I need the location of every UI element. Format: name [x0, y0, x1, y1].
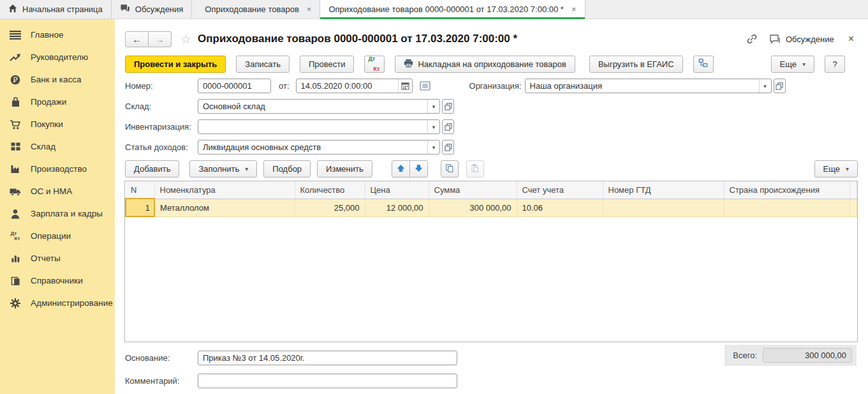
- related-documents-button[interactable]: [693, 56, 714, 73]
- egais-upload-button[interactable]: Выгрузить в ЕГАИС: [589, 56, 683, 73]
- move-row-up-button[interactable]: [392, 160, 410, 178]
- sidebar-item-purchases[interactable]: Покупки: [0, 113, 115, 135]
- cell-account[interactable]: 10.06: [517, 199, 603, 216]
- sidebar-item-payroll-hr[interactable]: Зарплата и кадры: [0, 202, 115, 225]
- ruble-coin-icon: [9, 75, 22, 85]
- debit-credit-icon: ДтКт: [9, 231, 22, 241]
- cell-row-number[interactable]: 1: [126, 199, 154, 216]
- form-row-comment: Комментарий:: [125, 374, 858, 388]
- help-button[interactable]: ?: [825, 56, 845, 73]
- table-row[interactable]: 1 Металлолом 25,000 12 000,00 300 000,00…: [126, 199, 857, 216]
- close-document-icon[interactable]: ×: [848, 33, 854, 45]
- back-button[interactable]: ←: [125, 31, 149, 47]
- cell-price[interactable]: 12 000,00: [365, 199, 429, 216]
- inventory-open-button[interactable]: [442, 119, 454, 134]
- close-tab-icon[interactable]: ×: [307, 4, 312, 14]
- chevron-down-icon[interactable]: ▾: [427, 120, 439, 133]
- form-row-income-item: Статья доходов: Ликвидация основных сред…: [125, 140, 858, 155]
- tab-label: Оприходование товаров 0000-000001 от 17.…: [328, 4, 564, 14]
- sidebar-item-label: Администрирование: [31, 298, 113, 308]
- sidebar-item-sales[interactable]: Продажи: [0, 91, 115, 113]
- sidebar-item-fixed-assets[interactable]: ОС и НМА: [0, 180, 115, 202]
- post-and-close-button[interactable]: Провести и закрыть: [125, 56, 226, 73]
- post-button[interactable]: Провести: [300, 56, 355, 73]
- tab-label: Обсуждения: [135, 4, 184, 14]
- column-header-sum: Сумма: [429, 181, 517, 199]
- arrow-up-icon: [397, 164, 405, 174]
- cell-gtd[interactable]: [603, 199, 724, 216]
- sidebar-item-operations[interactable]: ДтКт Операции: [0, 225, 115, 247]
- hamburger-icon: [9, 31, 22, 40]
- move-row-down-button[interactable]: [409, 160, 428, 178]
- chevron-down-icon[interactable]: ▾: [427, 100, 439, 113]
- debit-credit-register-button[interactable]: ДтКт: [364, 56, 385, 73]
- close-tab-icon[interactable]: ×: [571, 4, 577, 14]
- link-icon[interactable]: [746, 33, 758, 45]
- warehouse-combobox[interactable]: Основной склад ▾: [198, 99, 440, 114]
- sidebar-item-label: Руководителю: [31, 52, 88, 62]
- trend-arrow-icon: [9, 53, 22, 62]
- sidebar-item-bank-cash[interactable]: Банк и касса: [0, 68, 115, 91]
- income-item-combobox[interactable]: Ликвидация основных средств ▾: [198, 140, 440, 155]
- cell-country[interactable]: [724, 199, 850, 216]
- paste-rows-button[interactable]: [466, 160, 484, 178]
- person-icon: [9, 209, 22, 219]
- chevron-down-icon: ▾: [802, 61, 805, 68]
- sidebar-item-reports[interactable]: Отчеты: [0, 247, 115, 269]
- column-header-filler: [850, 181, 857, 199]
- total-field: 300 000,00: [763, 348, 852, 363]
- form-row-number-date-org: Номер: 0000-000001 от: 14.05.2020 0:00:0…: [125, 79, 858, 93]
- sidebar-item-production[interactable]: Производство: [0, 158, 115, 180]
- document-list-icon[interactable]: [420, 81, 430, 91]
- tab-discussions[interactable]: Обсуждения: [112, 0, 193, 19]
- sidebar-item-administration[interactable]: Администрирование: [0, 292, 115, 314]
- print-invoice-button[interactable]: Накладная на оприходование товаров: [395, 56, 575, 73]
- basis-field[interactable]: Приказ №3 от 14.05.2020г.: [198, 351, 457, 365]
- home-icon: [8, 4, 17, 15]
- inventory-combobox[interactable]: ▾: [198, 119, 440, 134]
- window-tab-bar: Начальная страница Обсуждения Оприходова…: [0, 0, 868, 19]
- sidebar-item-warehouse[interactable]: Склад: [0, 135, 115, 158]
- cell-quantity[interactable]: 25,000: [295, 199, 365, 216]
- favorite-star-icon[interactable]: ☆: [180, 32, 191, 47]
- organization-combobox[interactable]: Наша организация ▾: [525, 79, 772, 93]
- discussion-link[interactable]: Обсуждение: [786, 34, 834, 44]
- sidebar-item-manager[interactable]: Руководителю: [0, 46, 115, 68]
- sidebar-item-main[interactable]: Главное: [0, 24, 115, 46]
- forward-button[interactable]: →: [148, 31, 172, 47]
- income-item-open-button[interactable]: [442, 140, 454, 155]
- chevron-down-icon[interactable]: ▾: [759, 79, 771, 93]
- copy-rows-button[interactable]: [441, 160, 459, 178]
- column-header-n: N: [126, 181, 154, 199]
- organization-open-button[interactable]: [774, 79, 786, 93]
- more-button[interactable]: Еще▾: [771, 56, 814, 73]
- add-row-button[interactable]: Добавить: [125, 160, 179, 178]
- sidebar-item-label: Склад: [31, 142, 55, 151]
- save-button[interactable]: Записать: [236, 56, 290, 73]
- calendar-icon[interactable]: [398, 79, 412, 93]
- date-field[interactable]: 14.05.2020 0:00:00: [296, 79, 413, 93]
- chevron-down-icon[interactable]: ▾: [427, 140, 439, 154]
- edit-button[interactable]: Изменить: [317, 160, 372, 178]
- truck-icon: [9, 187, 22, 196]
- structure-icon: [698, 58, 708, 70]
- form-row-warehouse: Склад: Основной склад ▾: [125, 99, 858, 114]
- warehouse-open-button[interactable]: [442, 99, 454, 114]
- comment-field[interactable]: [198, 374, 457, 388]
- number-field[interactable]: 0000-000001: [198, 79, 271, 93]
- sidebar-item-label: ОС и НМА: [31, 186, 72, 196]
- items-more-button[interactable]: Еще▾: [814, 160, 858, 178]
- tab-goods-posting-document[interactable]: Оприходование товаров 0000-000001 от 17.…: [320, 0, 585, 19]
- cell-sum[interactable]: 300 000,00: [429, 199, 517, 216]
- tab-home[interactable]: Начальная страница: [0, 0, 112, 19]
- fill-button[interactable]: Заполнить▾: [189, 160, 257, 178]
- sidebar-item-directories[interactable]: Справочники: [0, 269, 115, 292]
- items-table: N Номенклатура Количество Цена Сумма Сче…: [124, 181, 858, 342]
- printer-icon: [404, 59, 413, 70]
- discussion-icon[interactable]: [769, 34, 781, 44]
- pick-button[interactable]: Подбор: [263, 160, 311, 178]
- cell-nomenclature[interactable]: Металлолом: [154, 199, 295, 216]
- factory-icon: [9, 164, 22, 174]
- paste-icon: [471, 163, 479, 175]
- tab-goods-posting-list[interactable]: Оприходование товаров ×: [196, 0, 320, 19]
